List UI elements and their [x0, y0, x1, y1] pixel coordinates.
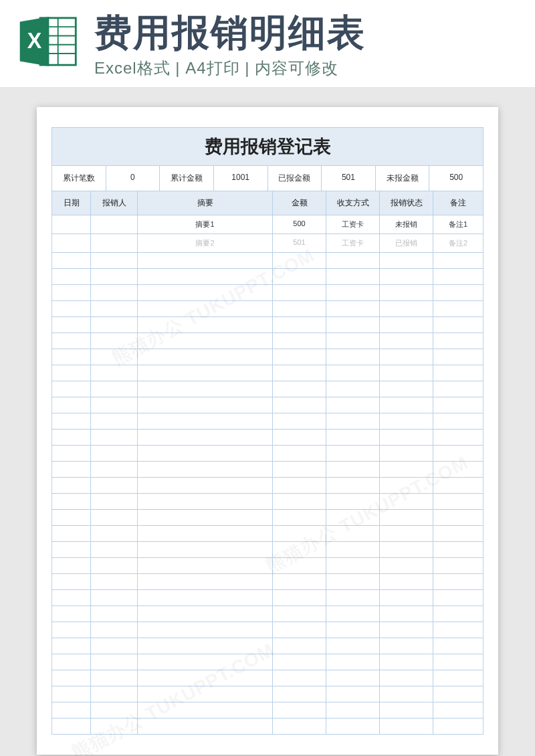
cell [52, 269, 91, 285]
cell [91, 234, 138, 253]
cell [380, 413, 433, 430]
table-row [51, 462, 484, 478]
cell [273, 606, 326, 622]
cell [433, 349, 483, 365]
cell [273, 590, 326, 606]
cell [52, 381, 91, 397]
table-row [51, 285, 484, 301]
cell [52, 253, 91, 269]
cell [91, 590, 138, 606]
col-amount: 金额 [273, 191, 326, 215]
cell [433, 558, 483, 574]
cell [91, 574, 138, 590]
cell [138, 317, 273, 333]
cell [273, 670, 326, 686]
cell [380, 253, 433, 269]
cell [91, 253, 138, 269]
cell [138, 269, 273, 285]
cell [380, 590, 433, 606]
cell [326, 670, 380, 686]
cell [52, 638, 91, 654]
cell [380, 333, 433, 349]
cell [52, 478, 91, 494]
cell [273, 397, 326, 413]
svg-text:X: X [27, 29, 42, 53]
cell [138, 478, 273, 494]
cell [326, 574, 380, 590]
table-row [51, 269, 484, 285]
cell [380, 285, 433, 301]
table-row [51, 686, 484, 702]
cell [138, 622, 273, 638]
cell [326, 510, 380, 526]
cell [380, 381, 433, 397]
cell [52, 413, 91, 430]
cell [273, 719, 326, 735]
cell [433, 462, 483, 478]
cell [433, 397, 483, 413]
cell [380, 317, 433, 333]
cell [91, 462, 138, 478]
cell [52, 670, 91, 686]
cell [326, 702, 380, 719]
cell: 501 [273, 234, 326, 253]
cell [52, 686, 91, 702]
cell: 摘要2 [138, 234, 273, 253]
cell [273, 478, 326, 494]
table-row [51, 430, 484, 446]
count-label: 累计笔数 [52, 166, 106, 191]
subtitle: Excel格式 | A4打印 | 内容可修改 [94, 58, 519, 79]
table-title: 费用报销登记表 [51, 127, 484, 166]
cell [91, 494, 138, 510]
table-row [51, 622, 484, 638]
cell [433, 365, 483, 381]
cell [273, 542, 326, 558]
cell [326, 526, 380, 542]
cell [380, 606, 433, 622]
cell [138, 381, 273, 397]
cell [326, 269, 380, 285]
cell [273, 526, 326, 542]
cell [91, 413, 138, 430]
reported-value: 501 [322, 166, 376, 191]
cell [326, 397, 380, 413]
cell [273, 349, 326, 365]
table-row [51, 317, 484, 333]
cell [273, 702, 326, 719]
cell [91, 215, 138, 234]
cell [91, 702, 138, 719]
table-row [51, 702, 484, 719]
cell [433, 301, 483, 317]
cell [380, 494, 433, 510]
cell [380, 702, 433, 719]
table-row [51, 574, 484, 590]
table-row [51, 654, 484, 670]
table-row [51, 349, 484, 365]
cell [138, 413, 273, 430]
rows-container: 摘要1500工资卡未报销备注1摘要2501工资卡已报销备注2 [51, 215, 484, 735]
cell [380, 526, 433, 542]
cell [433, 333, 483, 349]
cell [380, 574, 433, 590]
cell [52, 542, 91, 558]
cell [52, 526, 91, 542]
cell [433, 430, 483, 446]
cell [52, 365, 91, 381]
cell [52, 606, 91, 622]
cell [138, 397, 273, 413]
cell [91, 654, 138, 670]
cell [433, 622, 483, 638]
cell: 备注2 [433, 234, 483, 253]
cell [91, 670, 138, 686]
cell [52, 654, 91, 670]
cell [326, 719, 380, 735]
cell [273, 430, 326, 446]
total-value: 1001 [214, 166, 268, 191]
cell: 备注1 [433, 215, 483, 234]
cell [433, 719, 483, 735]
cell [380, 269, 433, 285]
cell [273, 301, 326, 317]
cell [52, 462, 91, 478]
cell [138, 686, 273, 702]
cell [380, 670, 433, 686]
